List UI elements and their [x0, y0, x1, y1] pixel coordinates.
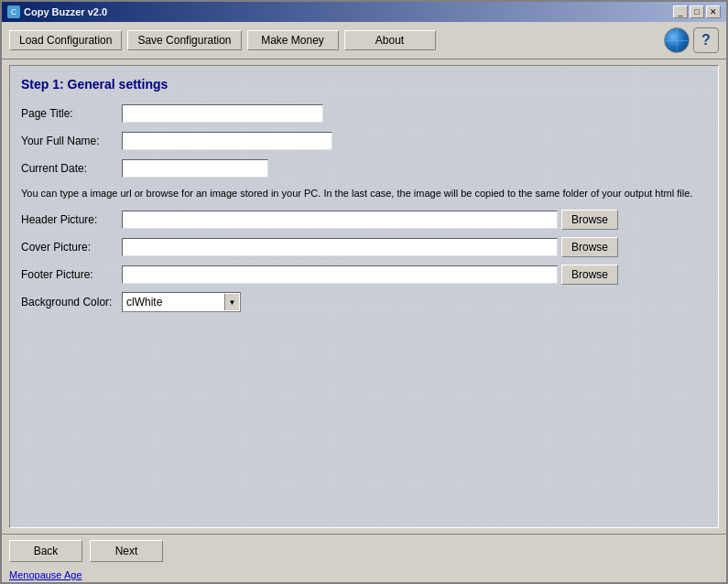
current-date-input[interactable]: [122, 159, 268, 178]
make-money-button[interactable]: Make Money: [247, 30, 339, 50]
page-title-row: Page Title:: [21, 104, 707, 123]
header-browse-button[interactable]: Browse: [561, 210, 618, 230]
current-date-row: Current Date:: [21, 159, 707, 178]
footer-picture-label: Footer Picture:: [21, 268, 122, 281]
section-title: Step 1: General settings: [21, 77, 707, 92]
full-name-input[interactable]: [122, 132, 332, 150]
current-date-label: Current Date:: [21, 162, 122, 175]
page-title-input[interactable]: [122, 104, 323, 123]
page-title-label: Page Title:: [21, 107, 122, 120]
cover-picture-label: Cover Picture:: [21, 241, 122, 254]
toolbar-icons: ?: [664, 27, 719, 53]
header-picture-row: Header Picture: Browse: [21, 210, 707, 230]
back-button[interactable]: Back: [9, 540, 82, 562]
title-bar-left: C Copy Buzzer v2.0: [7, 5, 107, 18]
full-name-row: Your Full Name:: [21, 132, 707, 150]
footer-browse-button[interactable]: Browse: [561, 265, 618, 285]
close-button[interactable]: ✕: [706, 5, 721, 18]
load-config-button[interactable]: Load Configuration: [9, 30, 122, 50]
header-picture-input[interactable]: [122, 211, 558, 229]
footer-picture-row: Footer Picture: Browse: [21, 265, 707, 285]
status-link[interactable]: Menopause Age: [9, 569, 82, 580]
color-select-wrapper: clWhite clBlack clRed clGreen clBlue clY…: [122, 292, 241, 312]
bottom-nav-bar: Back Next: [2, 534, 726, 568]
main-content: Step 1: General settings Page Title: You…: [2, 59, 726, 534]
background-color-select[interactable]: clWhite clBlack clRed clGreen clBlue clY…: [122, 292, 241, 312]
app-icon: C: [7, 5, 20, 18]
window-title: Copy Buzzer v2.0: [24, 6, 107, 17]
toolbar: Load Configuration Save Configuration Ma…: [2, 22, 726, 59]
globe-icon[interactable]: [664, 27, 690, 53]
minimize-button[interactable]: _: [673, 5, 688, 18]
header-picture-label: Header Picture:: [21, 213, 122, 226]
main-window: C Copy Buzzer v2.0 _ □ ✕ Load Configurat…: [0, 0, 728, 584]
full-name-label: Your Full Name:: [21, 135, 122, 147]
background-color-row: Background Color: clWhite clBlack clRed …: [21, 292, 707, 312]
content-area: Step 1: General settings Page Title: You…: [9, 65, 719, 528]
info-text: You can type a image url or browse for a…: [21, 187, 707, 200]
cover-picture-input[interactable]: [122, 238, 558, 256]
next-button[interactable]: Next: [90, 540, 163, 562]
about-button[interactable]: About: [344, 30, 436, 50]
status-bar[interactable]: Menopause Age: [2, 568, 726, 582]
maximize-button[interactable]: □: [690, 5, 704, 18]
save-config-button[interactable]: Save Configuration: [127, 30, 241, 50]
title-bar-controls: _ □ ✕: [673, 5, 721, 18]
cover-browse-button[interactable]: Browse: [561, 237, 618, 257]
cover-picture-row: Cover Picture: Browse: [21, 237, 707, 257]
title-bar: C Copy Buzzer v2.0 _ □ ✕: [2, 2, 726, 22]
background-color-label: Background Color:: [21, 296, 122, 308]
footer-picture-input[interactable]: [122, 265, 558, 284]
help-icon[interactable]: ?: [693, 27, 719, 53]
